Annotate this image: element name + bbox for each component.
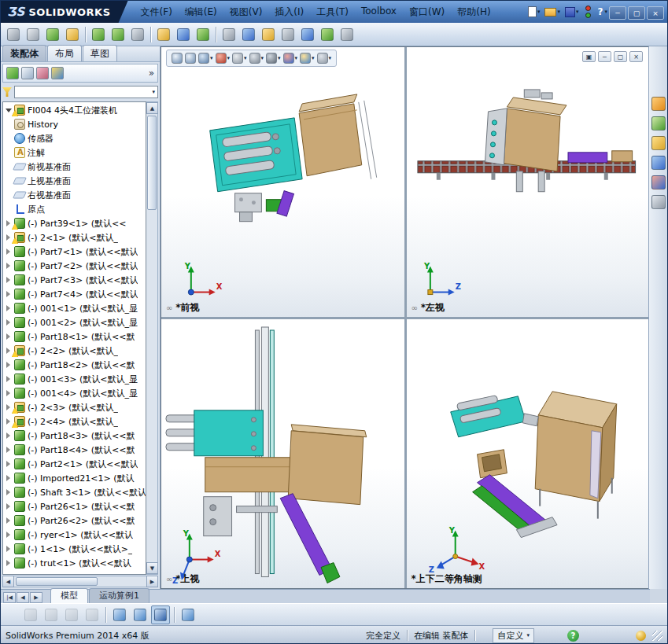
tree-item[interactable]: (-) Imported21<1> (默认 — [3, 471, 146, 485]
scroll-right-button[interactable]: ▶ — [146, 576, 158, 587]
viewport-front[interactable]: Y X ∞ *前视 — [161, 47, 404, 317]
tree-item[interactable]: 传感器 — [3, 131, 146, 145]
expand-arrow-icon[interactable] — [5, 361, 12, 369]
filter-icon[interactable] — [2, 87, 12, 97]
tree-item[interactable]: (-) 2<4> (默认<默认_ — [3, 414, 146, 429]
scroll-thumb[interactable] — [16, 577, 98, 586]
tree-item[interactable]: FI004 4头4工位灌装机 — [3, 103, 146, 117]
save-button[interactable]: ▾ — [563, 6, 581, 19]
expand-arrow-icon[interactable] — [5, 234, 12, 241]
viewport-left[interactable]: Y Z ∞ *左视 — [407, 47, 650, 317]
filter-dropdown[interactable]: ▾ — [14, 86, 158, 98]
smart-fasteners-button[interactable] — [63, 25, 82, 44]
tree-item[interactable]: (-) 2<3> (默认<默认_ — [3, 400, 146, 414]
next-tab-button[interactable]: ▶ — [30, 592, 42, 603]
hide-show-items-button[interactable]: ▾ — [265, 52, 282, 64]
tree-item[interactable]: (-) trut<1> (默认<<默认 — [3, 556, 146, 570]
expand-arrow-icon[interactable] — [5, 403, 12, 411]
expand-arrow-icon[interactable] — [5, 474, 12, 482]
previous-view-button[interactable] — [21, 605, 40, 624]
new-motion-study-button[interactable] — [194, 25, 212, 44]
tree-item[interactable]: 原点 — [3, 202, 146, 216]
four-viewport-button[interactable] — [151, 605, 170, 624]
view-palette-tab[interactable] — [651, 156, 666, 170]
featuremanager-tab[interactable] — [6, 67, 19, 79]
expand-arrow-icon[interactable] — [5, 418, 12, 425]
resize-grip[interactable] — [652, 631, 662, 641]
options-button[interactable] — [338, 25, 356, 44]
panel-tab-assembly[interactable]: 装配体 — [2, 45, 46, 61]
exploded-view-button[interactable] — [239, 25, 258, 44]
tab-motion-study-1[interactable]: 运动算例1 — [89, 588, 149, 603]
interference-detection-button[interactable] — [259, 25, 278, 44]
scroll-track[interactable] — [14, 576, 146, 587]
expand-arrow-icon[interactable] — [5, 248, 12, 256]
tree-item[interactable]: (-) Part18<2> (默认<<默 — [3, 358, 146, 372]
tree-item[interactable]: History — [3, 117, 146, 131]
tree-item[interactable]: (-) Part7<2> (默认<<默认 — [3, 259, 146, 273]
linear-component-pattern-button[interactable] — [43, 25, 62, 44]
dropdown-arrow-icon[interactable]: ▾ — [557, 9, 560, 15]
viewport-isometric[interactable]: Y X Z *上下二等角轴测 — [407, 319, 650, 589]
dropdown-arrow-icon[interactable]: ▾ — [227, 56, 231, 61]
expand-arrow-icon[interactable] — [5, 446, 12, 454]
zoom-to-area-button[interactable] — [184, 52, 197, 64]
quick-tip-help-icon[interactable]: ? — [567, 630, 579, 642]
expand-arrow-icon[interactable] — [5, 559, 12, 567]
display-style-button[interactable]: ▾ — [249, 52, 265, 64]
menu-tools[interactable]: 工具(T) — [310, 2, 355, 22]
maximize-viewport-button[interactable]: ▢ — [614, 51, 627, 62]
tab-model[interactable]: 模型 — [50, 588, 88, 603]
expand-arrow-icon[interactable] — [5, 502, 12, 510]
scroll-left-button[interactable]: ◀ — [2, 576, 14, 587]
menu-toolbox[interactable]: Toolbox — [355, 2, 403, 22]
expand-chevron[interactable]: » — [149, 68, 154, 79]
rotate-component-button[interactable] — [109, 25, 127, 44]
expand-arrow-icon[interactable] — [5, 517, 12, 524]
dropdown-arrow-icon[interactable]: ▾ — [261, 56, 264, 61]
move-component-button[interactable] — [89, 25, 108, 44]
help-button[interactable]: ? — [595, 6, 605, 17]
apply-scene-button[interactable]: ▾ — [299, 52, 316, 64]
panel-tab-sketch[interactable]: 草图 — [83, 45, 117, 61]
appearances-scenes-tab[interactable] — [651, 175, 666, 190]
expand-arrow-icon[interactable] — [5, 460, 12, 468]
tree-item[interactable]: 上视基准面 — [3, 174, 146, 188]
dropdown-arrow-icon[interactable]: ▾ — [295, 56, 298, 61]
dropdown-arrow-icon[interactable]: ▾ — [244, 56, 247, 61]
scroll-thumb[interactable] — [147, 116, 157, 210]
expand-arrow-icon[interactable] — [5, 290, 12, 298]
minimize-viewport-button[interactable]: ─ — [598, 51, 611, 62]
tree-item[interactable]: (-) 001<3> (默认<默认_显 — [3, 372, 146, 386]
tree-item[interactable]: 前视基准面 — [3, 160, 146, 174]
configurationmanager-tab[interactable] — [36, 67, 49, 79]
single-viewport-button[interactable] — [110, 605, 129, 624]
expand-arrow-icon[interactable] — [5, 219, 12, 227]
tree-item[interactable]: (-) Part18<1> (默认<<默 — [3, 329, 146, 344]
reference-geometry-button[interactable] — [174, 25, 193, 44]
open-document-button[interactable]: ▾ — [542, 6, 563, 18]
view-settings-button[interactable]: ▾ — [316, 52, 333, 64]
show-hidden-components-button[interactable] — [128, 25, 147, 44]
tree-item[interactable]: 右视基准面 — [3, 188, 146, 202]
previous-view-button[interactable]: ▾ — [197, 52, 214, 64]
first-tab-button[interactable]: |◀ — [3, 592, 16, 603]
expand-arrow-icon[interactable] — [5, 318, 12, 326]
tree-item[interactable]: (-) Part26<2> (默认<<默 — [3, 513, 146, 528]
menu-insert[interactable]: 插入(I) — [268, 2, 310, 22]
tree-vertical-scrollbar[interactable]: ▲ ▼ — [146, 101, 158, 575]
expand-arrow-icon[interactable] — [5, 347, 12, 355]
rotate-view-button[interactable] — [42, 605, 61, 624]
mate-button[interactable] — [24, 25, 42, 44]
expand-arrow-icon[interactable] — [5, 106, 12, 114]
tree-item[interactable]: 注解 — [3, 145, 146, 160]
viewport-top[interactable]: Y X Z ∞ *上视 — [161, 319, 404, 589]
dropdown-arrow-icon[interactable]: ▾ — [312, 56, 315, 61]
expand-arrow-icon[interactable] — [5, 545, 12, 553]
menu-help[interactable]: 帮助(H) — [451, 2, 496, 22]
insert-components-button[interactable] — [4, 25, 23, 44]
expand-arrow-icon[interactable] — [5, 333, 12, 340]
view-orientation-button[interactable]: ▾ — [231, 52, 248, 64]
tree-item[interactable]: (-) Part26<1> (默认<<默 — [3, 499, 146, 513]
tree-item[interactable]: (-) 001<4> (默认<默认_显 — [3, 386, 146, 400]
